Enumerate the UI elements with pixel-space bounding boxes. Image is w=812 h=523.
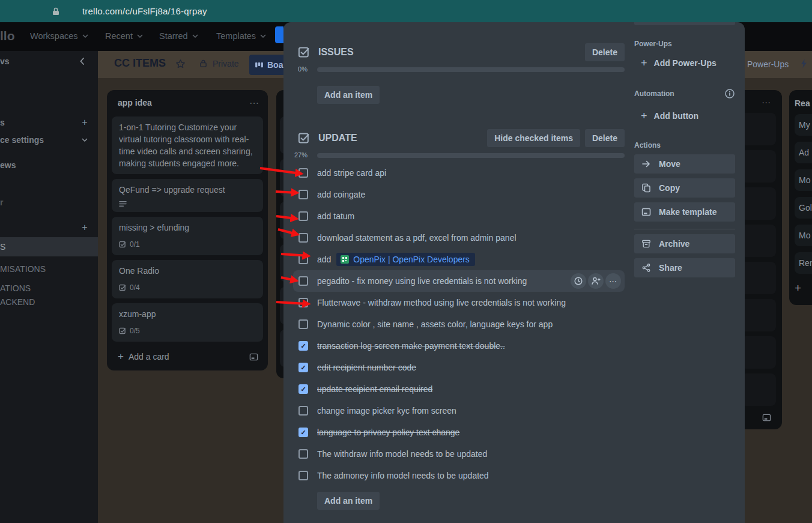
board-card[interactable]	[741, 225, 776, 257]
plus-icon[interactable]: +	[78, 116, 91, 129]
nav-workspaces[interactable]: Workspaces	[30, 31, 88, 41]
move-button[interactable]: Move	[634, 154, 735, 174]
board-card[interactable]	[741, 187, 776, 220]
delete-checklist-button[interactable]: Delete	[585, 129, 625, 147]
checklist-item[interactable]: add stripe card api	[298, 162, 625, 184]
board-card[interactable]	[741, 150, 776, 183]
add-automation-button[interactable]: + Add button	[634, 109, 735, 122]
checklist-item[interactable]: addOpenPix | OpenPix Developers	[298, 249, 625, 270]
board-view-button[interactable]: Boa	[249, 55, 285, 75]
list-title[interactable]: app idea	[118, 98, 249, 107]
hide-checked-items-button[interactable]: Hide checked items	[487, 129, 580, 147]
info-icon[interactable]	[724, 88, 735, 99]
openpix-link[interactable]: OpenPix | OpenPix Developers	[336, 253, 475, 266]
sidebar-button-fragment[interactable]	[634, 22, 735, 25]
nav-starred[interactable]: Starred	[159, 31, 198, 41]
checklist-item[interactable]: pegadito - fix money using live credenti…	[293, 270, 625, 292]
checkbox[interactable]	[298, 471, 308, 480]
checkbox[interactable]: ✓	[298, 363, 308, 372]
checklist-item[interactable]: Flutterwave - withdraw method using live…	[298, 292, 625, 313]
checklist-item[interactable]: ✓update recipient email required	[298, 378, 625, 400]
board-card[interactable]	[741, 113, 776, 145]
checkbox[interactable]	[298, 319, 308, 329]
checkbox[interactable]	[298, 298, 308, 307]
checkbox[interactable]: ✓	[298, 384, 308, 394]
star-icon[interactable]	[175, 59, 186, 69]
board-card[interactable]: Mo	[795, 225, 812, 246]
create-button-fragment[interactable]	[275, 26, 283, 43]
board-card[interactable]: Ad	[795, 142, 812, 163]
sidebar-top-item[interactable]: vs	[0, 55, 98, 68]
plus-icon[interactable]: +	[78, 221, 91, 234]
trello-logo[interactable]: llo	[0, 29, 15, 43]
checklist-item[interactable]: The withdraw info model needs to be upda…	[298, 443, 625, 465]
checkbox[interactable]	[298, 168, 308, 178]
sidebar-item[interactable]: +	[0, 221, 98, 234]
checklist-item[interactable]: add tatum	[298, 205, 625, 227]
sidebar-item-workspace-settings[interactable]: ce settings	[0, 133, 98, 147]
board-card[interactable]: QeFund => upgrade request	[112, 179, 263, 212]
board-card[interactable]	[741, 336, 776, 369]
checklist-item[interactable]: change image picker kyc from screen	[298, 400, 625, 422]
sidebar-item[interactable]: s +	[0, 116, 98, 129]
checklist-item[interactable]: ✓edit recipient number code	[298, 357, 625, 378]
checkbox[interactable]	[298, 190, 308, 199]
sidebar-item[interactable]: ACKEND	[0, 295, 98, 309]
checklist-item[interactable]: ✓transaction log screen make payment tex…	[298, 335, 625, 357]
board-card[interactable]: Ren	[795, 252, 812, 274]
sidebar-item-views[interactable]: ews	[0, 159, 98, 172]
board-card[interactable]	[741, 373, 776, 406]
collapse-sidebar-icon[interactable]	[73, 52, 91, 70]
sidebar-item[interactable]: ATIONS	[0, 282, 98, 295]
delete-checklist-button[interactable]: Delete	[585, 43, 625, 61]
board-card[interactable]: xzum-app0/5	[112, 303, 263, 342]
board-title[interactable]: CC ITEMS	[114, 57, 166, 70]
checkbox[interactable]	[298, 276, 308, 286]
make-template-button[interactable]: Make template	[634, 202, 735, 222]
checklist-item[interactable]: ✓language to privacy policy text change	[298, 422, 625, 443]
archive-button[interactable]: Archive	[634, 234, 735, 253]
add-card-button[interactable]: +Add a card	[112, 349, 263, 364]
assign-button[interactable]	[588, 273, 604, 289]
checklist-item[interactable]: The admoney info model needs to be updat…	[298, 465, 625, 486]
checkbox[interactable]	[298, 449, 308, 459]
share-button[interactable]: Share	[634, 258, 735, 277]
checkbox[interactable]: ✓	[298, 341, 308, 351]
card-template-icon[interactable]	[249, 352, 258, 361]
bolt-icon[interactable]	[800, 58, 808, 69]
list-title[interactable]: Rea	[795, 98, 812, 108]
sidebar-item[interactable]: r	[0, 196, 98, 209]
board-card[interactable]: missing > efunding0/1	[112, 217, 263, 255]
privacy-label[interactable]: Private	[213, 59, 239, 68]
board-card[interactable]	[741, 262, 776, 294]
checklist-item[interactable]: add coingate	[298, 184, 625, 205]
checkbox[interactable]	[298, 406, 308, 416]
checklist-item[interactable]: download statement as a pdf, excel from …	[298, 227, 625, 249]
item-more-button[interactable]: ⋯	[605, 273, 621, 289]
copy-button[interactable]: Copy	[634, 178, 735, 198]
checkbox[interactable]	[298, 211, 308, 221]
checkbox[interactable]	[298, 255, 308, 264]
add-powerups-button[interactable]: + Add Power-Ups	[634, 56, 735, 70]
board-card[interactable]: My	[795, 114, 812, 136]
nav-recent[interactable]: Recent	[105, 31, 143, 41]
list-menu-icon[interactable]: ⋯	[762, 97, 771, 108]
sidebar-item-selected[interactable]: S	[0, 237, 98, 256]
board-powerups-button[interactable]: Power-Ups	[747, 59, 789, 69]
checklist-item[interactable]: Dynamic color , site name , assets color…	[298, 313, 625, 335]
board-card[interactable]	[741, 299, 776, 331]
add-card-button[interactable]: +	[795, 282, 812, 295]
url-text[interactable]: trello.com/c/uFslFj8a/16-qrpay	[82, 6, 207, 16]
add-item-button[interactable]: Add an item	[317, 492, 380, 510]
checkbox[interactable]	[298, 233, 308, 243]
sidebar-item[interactable]: MISATIONS	[0, 262, 98, 276]
add-item-button[interactable]: Add an item	[317, 86, 380, 104]
list-menu-icon[interactable]: ⋯	[249, 97, 259, 109]
due-date-button[interactable]	[571, 273, 586, 289]
checkbox[interactable]: ✓	[298, 428, 308, 437]
browser-url-bar[interactable]: trello.com/c/uFslFj8a/16-qrpay	[0, 0, 812, 22]
nav-templates[interactable]: Templates	[216, 31, 266, 41]
board-card[interactable]: 1-on-1 Tutoring Customize your virtual t…	[112, 116, 263, 174]
board-card[interactable]: Gol	[795, 197, 812, 219]
board-card[interactable]: One Radio0/4	[112, 260, 263, 298]
